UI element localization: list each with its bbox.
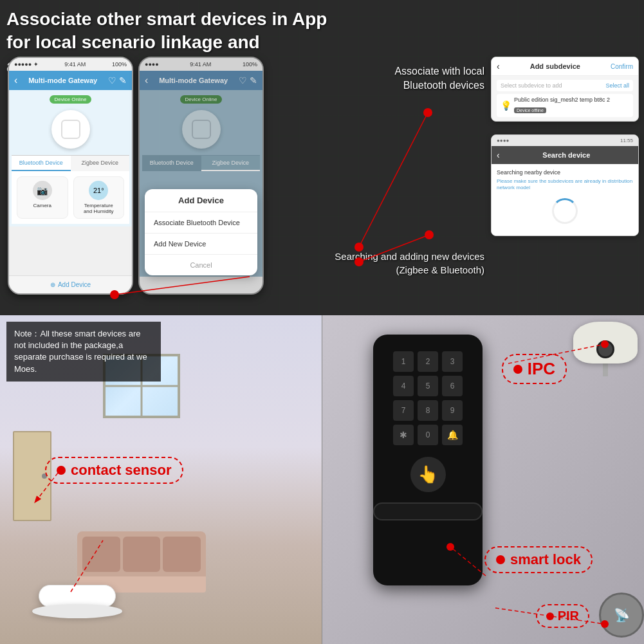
key-star: ✱ [393,425,414,445]
key-0: 0 [418,425,438,445]
search-status-right: 11:55 [620,138,633,143]
subdevice-name: Public edition sig_mesh2 temp bt8c 2 [514,97,610,103]
contact-sensor-dot [57,466,66,475]
key-8: 8 [418,400,438,421]
camera-mount [603,363,608,376]
cushion-1 [82,537,120,572]
subdevice-title: Add subdevice [500,62,611,70]
bottom-divider [322,315,322,644]
bluetooth-label-text: Associate with local Bluetooth devices [394,66,484,91]
subdevice-item-info: Public edition sig_mesh2 temp bt8c 2 Dev… [514,97,610,115]
smart-lock-label: smart lock [484,546,593,573]
bottom-note-text: Note：All these smart devices are not inc… [14,329,147,374]
bottom-section: Note：All these smart devices are not inc… [0,315,644,644]
phone1: ●●●●● ✦ 9:41 AM 100% ‹ Multi-mode Gatewa… [8,57,133,295]
sofa-back [77,531,206,576]
keypad: 1 2 3 4 5 6 7 8 9 ✱ 0 🔔 [393,351,463,445]
camera-body [573,322,638,363]
pir-icon: 📡 [599,593,644,638]
right-panel: ‹ Add subdevice Confirm Select subdevice… [491,57,639,236]
smart-hub-container [32,585,122,618]
smart-lock-dot [496,555,505,564]
key-9: 9 [442,400,463,421]
pir-oval: PIR [536,604,589,628]
ipc-dot [513,365,522,374]
phone2-status-bar: ●●●● 9:41 AM 100% [140,58,262,71]
phone2-status-left: ●●●● [145,61,159,68]
subdevice-confirm[interactable]: Confirm [611,63,633,70]
ipc-label: IPC [502,354,567,384]
search-title: Search device [500,151,633,159]
phone2-tab-zigbee[interactable]: Zigbee Device [201,156,261,171]
add-device-popup: Add Device Associate Bluetooth Device Ad… [145,189,257,275]
sofa [77,531,206,593]
phone2-tab-bluetooth[interactable]: Bluetooth Device [142,156,201,171]
phone1-edit-icon[interactable]: ✎ [119,75,127,86]
key-4: 4 [393,376,414,396]
smart-lock-text: smart lock [510,551,581,568]
note-box: Note：All these smart devices are not inc… [6,322,161,382]
ipc-oval: IPC [502,354,567,384]
phone1-tab-bluetooth[interactable]: Bluetooth Device [12,156,71,171]
phone1-status-left: ●●●●● ✦ [14,61,39,68]
search-header: ‹ Search device [492,146,638,164]
camera-lens [596,340,614,358]
popup-cancel[interactable]: Cancel [145,255,257,275]
popup-item-associate-label: Associate Bluetooth Device [154,219,240,226]
phone2-title: Multi-mode Gateway [148,77,239,84]
search-body: Searching nearby device Please make sure… [492,164,638,235]
subdevice-select-all[interactable]: Select all [605,82,629,89]
popup-item-associate[interactable]: Associate Bluetooth Device [145,212,257,234]
phone1-status-right: 100% [112,61,127,68]
phone1-device-temp: 21° Temperature and Humidity [73,176,125,219]
pir-dot [546,612,554,620]
search-status-bar: ●●●● 11:55 [492,135,638,146]
searching-label-text: Searching and adding new devices (Zigbee… [335,251,484,275]
phone1-device-grid: 📷 Camera 21° Temperature and Humidity [12,171,129,224]
subdevice-status: Device offline [514,107,546,113]
contact-sensor-oval: contact sensor [45,457,183,484]
smart-lock-oval: smart lock [484,546,593,573]
key-2: 2 [418,351,438,372]
smart-hub-base [32,604,122,618]
subdevice-placeholder: Select subdevice to add [501,82,562,89]
top-section: Associate other smart devices in App for… [0,0,644,315]
fingerprint-icon: 👆 [410,457,446,492]
phone2-badge: Device Online [180,95,223,104]
search-status-left: ●●●● [497,138,509,143]
phone2-status-right: 100% [243,61,257,68]
phone1-status-bar: ●●●●● ✦ 9:41 AM 100% [9,58,132,71]
subdevice-screen: ‹ Add subdevice Confirm Select subdevice… [491,57,639,122]
phone1-temp-label: Temperature and Humidity [78,203,120,214]
key-3: 3 [442,351,463,372]
search-spinner [552,198,578,224]
subdevice-item-row: 💡 Public edition sig_mesh2 temp bt8c 2 D… [501,97,629,115]
phone1-tab-zigbee[interactable]: Zigbee Device [71,156,130,171]
search-screen: ●●●● 11:55 ‹ Search device Searching nea… [491,134,639,236]
phone1-add-device[interactable]: ⊕ Add Device [9,275,132,293]
popup-item-add-new[interactable]: Add New Device [145,234,257,255]
plus-icon: ⊕ [50,281,55,288]
camera-icon: 📷 [33,181,52,200]
popup-title: Add Device [145,189,257,212]
label-searching: Searching and adding new devices (Zigbee… [335,250,484,277]
key-7: 7 [393,400,414,421]
search-note-text: Please make sure the subdevices are alre… [497,178,633,192]
subdevice-header: ‹ Add subdevice Confirm [492,57,638,76]
key-1: 1 [393,351,414,372]
pir-sensor-icon: 📡 [614,607,630,623]
cushion-2 [123,537,161,572]
bottom-right-panel: 1 2 3 4 5 6 7 8 9 ✱ 0 🔔 👆 [322,315,644,644]
phone1-shield-icon[interactable]: ♡ [108,75,116,86]
subdevice-item: 💡 Public edition sig_mesh2 temp bt8c 2 D… [497,94,633,117]
key-5: 5 [418,376,438,396]
pir-text: PIR [558,609,579,623]
temp-icon: 21° [89,181,108,200]
phone1-tabs: Bluetooth Device Zigbee Device [12,155,129,171]
contact-sensor-text: contact sensor [71,462,172,479]
label-bluetooth: Associate with local Bluetooth devices [394,64,484,93]
phone2-header: ‹ Multi-mode Gateway ♡ ✎ [140,71,262,90]
key-6: 6 [442,376,463,396]
cushion-3 [163,537,201,572]
phone1-badge: Device Online [50,95,92,104]
